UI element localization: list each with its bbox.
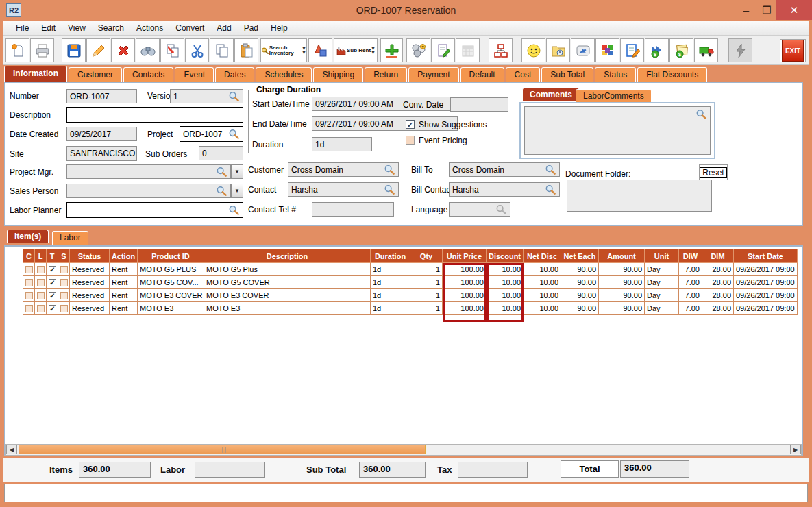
cell-net-each[interactable]: 90.00 — [561, 289, 599, 302]
cell-action[interactable]: Rent — [110, 276, 138, 289]
l-checkbox[interactable] — [37, 292, 45, 299]
cell-start-date[interactable]: 09/26/2017 09:00 — [734, 263, 798, 276]
cell-qty[interactable]: 1 — [410, 263, 443, 276]
customer-search-icon[interactable] — [384, 164, 395, 175]
t-checkbox[interactable]: ✓ — [49, 279, 56, 286]
contact-field[interactable]: Harsha — [288, 182, 399, 197]
invoice-button[interactable]: $ — [669, 38, 693, 62]
add-item-button[interactable] — [380, 38, 403, 62]
c-checkbox[interactable] — [25, 305, 33, 312]
table-row[interactable]: ✓ Reserved Rent MOTO E3 MOTO E3 1d 1 100… — [23, 302, 798, 315]
cell-net-each[interactable]: 90.00 — [561, 263, 599, 276]
scroll-left-arrow[interactable]: ◀ — [6, 445, 17, 454]
s-checkbox[interactable] — [60, 279, 68, 286]
s-checkbox[interactable] — [60, 305, 68, 312]
cell-dim[interactable]: 28.00 — [702, 276, 734, 289]
tab-customer[interactable]: Customer — [69, 67, 122, 82]
c-checkbox[interactable] — [25, 292, 33, 299]
col-discount[interactable]: Discount — [487, 249, 524, 263]
cell-status[interactable]: Reserved — [70, 263, 110, 276]
cell-description[interactable]: MOTO E3 — [204, 302, 371, 315]
version-field[interactable]: 1 — [170, 89, 243, 103]
cell-amount[interactable]: 90.00 — [599, 263, 645, 276]
s-checkbox[interactable] — [60, 292, 68, 299]
cell-net-disc[interactable]: 10.00 — [524, 263, 561, 276]
menu-edit[interactable]: Edit — [35, 21, 62, 35]
cell-net-disc[interactable]: 10.00 — [524, 276, 561, 289]
tab-event[interactable]: Event — [175, 67, 214, 82]
description-input[interactable] — [66, 107, 243, 123]
cell-diw[interactable]: 7.00 — [679, 302, 702, 315]
cell-unit[interactable]: Day — [645, 302, 679, 315]
sales-person-field[interactable] — [66, 184, 231, 198]
comments-textarea[interactable] — [524, 106, 711, 155]
cell-duration[interactable]: 1d — [371, 289, 410, 302]
cell-product-id[interactable]: MOTO G5 COV... — [138, 276, 204, 289]
col-qty[interactable]: Qty — [410, 249, 443, 263]
tab-items[interactable]: Item(s) — [7, 230, 49, 243]
group-query-button[interactable]: ? — [406, 38, 430, 62]
table-row[interactable]: ✓ Reserved Rent MOTO G5 PLUS MOTO G5 Plu… — [23, 263, 798, 276]
tab-return[interactable]: Return — [365, 67, 407, 82]
cell-unit[interactable]: Day — [645, 276, 679, 289]
notes-button[interactable] — [431, 38, 455, 62]
inventory-cubes-button[interactable] — [595, 38, 619, 62]
t-checkbox[interactable]: ✓ — [49, 292, 56, 299]
minimize-button[interactable]: – — [735, 0, 758, 20]
col-net-disc[interactable]: Net Disc — [524, 249, 561, 263]
col-diw[interactable]: DIW — [679, 249, 702, 263]
tab-labor-comments[interactable]: LaborComments — [576, 89, 652, 103]
delete-button[interactable] — [111, 38, 135, 62]
contact-search-icon[interactable] — [384, 184, 395, 195]
project-search-icon[interactable] — [228, 129, 240, 139]
cell-diw[interactable]: 7.00 — [679, 289, 702, 302]
calendar-button[interactable] — [456, 38, 480, 62]
col-l[interactable]: L — [35, 249, 47, 263]
l-checkbox[interactable] — [37, 279, 45, 286]
table-row[interactable]: ✓ Reserved Rent MOTO E3 COVER MOTO E3 CO… — [23, 289, 798, 302]
search-inventory-dropdown[interactable]: ▼▼ — [302, 47, 306, 55]
tab-comments[interactable]: Comments — [522, 88, 580, 101]
cell-start-date[interactable]: 09/26/2017 09:00 — [734, 289, 798, 302]
cell-dim[interactable]: 28.00 — [702, 302, 734, 315]
tab-payment[interactable]: Payment — [408, 67, 458, 82]
smiley-button[interactable] — [521, 38, 545, 62]
cell-diw[interactable]: 7.00 — [679, 263, 702, 276]
save-button[interactable] — [62, 38, 86, 62]
cell-description[interactable]: MOTO G5 Plus — [204, 263, 371, 276]
cell-dim[interactable]: 28.00 — [702, 263, 734, 276]
cell-net-disc[interactable]: 10.00 — [524, 289, 561, 302]
cell-status[interactable]: Reserved — [70, 302, 110, 315]
scroll-thumb[interactable] — [19, 445, 426, 454]
cell-unit[interactable]: Day — [645, 263, 679, 276]
menu-add[interactable]: Add — [210, 21, 237, 35]
col-dim[interactable]: DIM — [702, 249, 734, 263]
cell-qty[interactable]: 1 — [410, 276, 443, 289]
maximize-button[interactable]: ❒ — [755, 0, 778, 20]
l-checkbox[interactable] — [37, 266, 45, 273]
cell-action[interactable]: Rent — [110, 289, 138, 302]
cell-product-id[interactable]: MOTO G5 PLUS — [138, 263, 204, 276]
col-product-id[interactable]: Product ID — [138, 249, 204, 263]
sales-person-dropdown[interactable]: ▼ — [231, 184, 243, 198]
menu-view[interactable]: View — [62, 21, 92, 35]
tab-default[interactable]: Default — [460, 67, 504, 82]
edit-order-button[interactable] — [620, 38, 644, 62]
cell-product-id[interactable]: MOTO E3 — [138, 302, 204, 315]
c-checkbox[interactable] — [25, 266, 33, 273]
edit-button[interactable] — [86, 38, 110, 62]
cut-button[interactable] — [185, 38, 209, 62]
menu-file[interactable]: File — [10, 21, 35, 35]
folder-history-button[interactable] — [546, 38, 570, 62]
tab-flat-discounts[interactable]: Flat Discounts — [637, 67, 707, 82]
org-chart-button[interactable] — [489, 38, 513, 62]
table-row[interactable]: ✓ Reserved Rent MOTO G5 COV... MOTO G5 C… — [23, 276, 798, 289]
scroll-right-arrow[interactable]: ▶ — [790, 445, 801, 454]
menu-search[interactable]: Search — [92, 21, 130, 35]
cell-dim[interactable]: 28.00 — [702, 289, 734, 302]
close-button[interactable]: ✕ — [776, 0, 812, 20]
project-mgr-field[interactable] — [66, 164, 231, 179]
col-unit[interactable]: Unit — [645, 249, 679, 263]
tab-information[interactable]: Information — [4, 66, 67, 82]
reset-button[interactable]: Reset — [700, 167, 726, 178]
